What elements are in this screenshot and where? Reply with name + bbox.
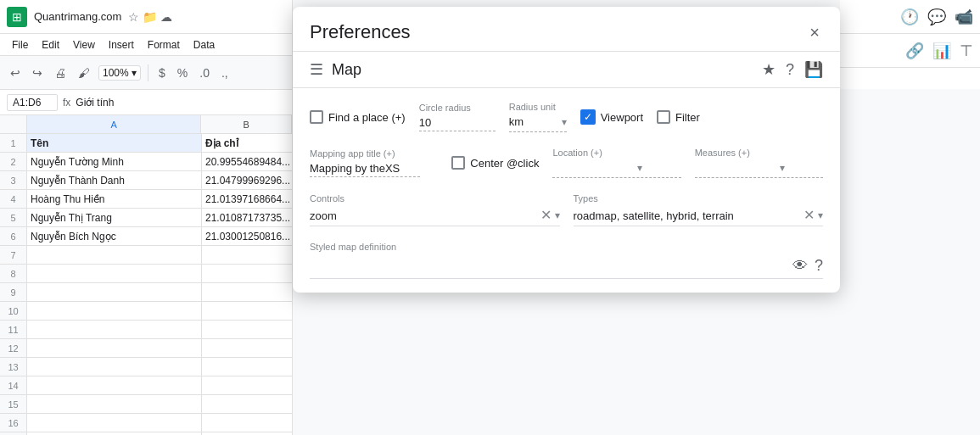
find-place-label: Find a place (+) [328, 111, 406, 124]
menu-data[interactable]: Data [188, 37, 220, 53]
controls-group: Controls zoom ✕ ▾ [310, 193, 560, 226]
radius-unit-arrow[interactable]: ▾ [562, 116, 567, 128]
col-header-a[interactable]: A [27, 115, 201, 133]
cell-b[interactable] [202, 321, 293, 338]
paint-format-icon[interactable]: 🖌 [75, 64, 93, 81]
col-header-b[interactable]: B [201, 115, 292, 133]
decimal-icon[interactable]: .0 [196, 64, 213, 81]
location-input[interactable] [552, 159, 637, 176]
formula-value: Giới tính [76, 97, 114, 109]
cloud-icon[interactable]: ☁ [160, 10, 172, 24]
link-icon[interactable]: 🔗 [905, 42, 924, 60]
video-icon[interactable]: 📹 [955, 8, 973, 26]
cell-a[interactable]: Hoàng Thu Hiền [27, 190, 202, 208]
center-click-checkbox[interactable] [451, 156, 465, 170]
cell-a[interactable] [27, 395, 202, 413]
undo-icon[interactable]: ↩ [7, 64, 24, 81]
table-row: 14 [0, 376, 292, 395]
save-map-icon[interactable]: 💾 [804, 60, 823, 79]
cell-b[interactable]: 21.04799969296... [202, 171, 293, 189]
column-headers: A B [0, 115, 292, 134]
mapping-app-group: Mapping app title (+) [310, 148, 438, 177]
cell-a[interactable]: Tên [27, 134, 202, 152]
controls-dropdown[interactable]: zoom ✕ ▾ [310, 205, 560, 226]
help-styled-icon[interactable]: ? [815, 257, 823, 275]
cell-a[interactable] [27, 376, 202, 394]
cell-b[interactable]: 21.01087173735... [202, 209, 293, 226]
cell-b[interactable] [202, 339, 293, 357]
star-map-icon[interactable]: ★ [762, 60, 776, 79]
help-map-icon[interactable]: ? [786, 61, 794, 79]
cell-b[interactable] [202, 376, 293, 394]
toolbar-sep-1 [148, 64, 148, 81]
types-arrow[interactable]: ▾ [818, 209, 823, 221]
zoom-selector[interactable]: 100% ▾ [98, 65, 141, 81]
history-icon[interactable]: 🕐 [900, 8, 919, 26]
cell-a[interactable] [27, 302, 202, 320]
percent-icon[interactable]: % [174, 64, 191, 81]
comment-icon[interactable]: 💬 [927, 8, 946, 26]
decimal2-icon[interactable]: ., [218, 64, 232, 81]
top-right-bar1: 🕐 💬 📹 [840, 0, 980, 34]
redo-icon[interactable]: ↪ [29, 64, 46, 81]
cell-a[interactable] [27, 265, 202, 282]
filter-checkbox[interactable] [657, 110, 670, 124]
folder-icon[interactable]: 📁 [143, 10, 157, 24]
cell-b[interactable] [202, 283, 293, 301]
viewport-checkbox[interactable]: ✓ [580, 109, 596, 125]
types-dropdown[interactable]: roadmap, satellite, hybrid, terrain ✕ ▾ [574, 205, 824, 226]
cell-a[interactable]: Nguyễn Thành Danh [27, 171, 202, 189]
top-right-bar2: 🔗 📊 ⊤ [840, 34, 980, 68]
styled-map-input[interactable] [310, 259, 786, 272]
cell-a[interactable] [27, 414, 202, 432]
radius-unit-label: Radius unit [509, 102, 567, 112]
cell-a[interactable]: Nguyễn Tường Minh [27, 153, 202, 170]
name-box[interactable]: A1:D6 [7, 94, 58, 111]
location-arrow[interactable]: ▾ [637, 162, 642, 174]
cell-b[interactable]: 20.99554689484... [202, 153, 293, 170]
menu-edit[interactable]: Edit [36, 37, 64, 53]
cell-a[interactable] [27, 246, 202, 264]
cell-b[interactable]: 21.01397168664... [202, 190, 293, 208]
row-number: 15 [0, 395, 27, 413]
top-right-area: 🕐 💬 📹 🔗 📊 ⊤ [840, 0, 980, 89]
star-icon[interactable]: ☆ [128, 10, 139, 24]
types-clear-btn[interactable]: ✕ [804, 209, 815, 222]
controls-clear-btn[interactable]: ✕ [540, 209, 552, 222]
cell-a[interactable] [27, 321, 202, 338]
circle-radius-input[interactable] [419, 114, 496, 131]
print-icon[interactable]: 🖨 [51, 64, 70, 81]
cell-a[interactable] [27, 339, 202, 357]
dialog-close-button[interactable]: × [806, 20, 823, 44]
cell-b[interactable] [202, 302, 293, 320]
menu-insert[interactable]: Insert [104, 37, 139, 53]
cell-b[interactable]: Địa chỉ [202, 134, 293, 152]
filter-icon[interactable]: ⊤ [960, 42, 973, 60]
cell-a[interactable] [27, 283, 202, 301]
hamburger-icon[interactable]: ☰ [310, 60, 323, 79]
table-row: 11 [0, 321, 292, 339]
menu-file[interactable]: File [7, 37, 33, 53]
table-row: 3Nguyễn Thành Danh21.04799969296... [0, 171, 292, 190]
insert-icon[interactable]: 📊 [932, 42, 951, 60]
cell-b[interactable]: 21.03001250816... [202, 227, 293, 245]
mapping-app-input[interactable] [310, 160, 420, 177]
currency-icon[interactable]: $ [155, 64, 169, 81]
eye-icon[interactable]: 👁 [792, 257, 808, 275]
radius-unit-input[interactable] [509, 114, 560, 130]
cell-a[interactable]: Nguyễn Thị Trang [27, 209, 202, 226]
cell-b[interactable] [202, 265, 293, 282]
cell-b[interactable] [202, 414, 293, 432]
measures-arrow[interactable]: ▾ [780, 162, 785, 174]
cell-a[interactable] [27, 358, 202, 376]
table-row: 15 [0, 395, 292, 414]
cell-a[interactable]: Nguyễn Bích Ngọc [27, 227, 202, 245]
menu-format[interactable]: Format [143, 37, 185, 53]
cell-b[interactable] [202, 395, 293, 413]
cell-b[interactable] [202, 246, 293, 264]
controls-arrow[interactable]: ▾ [555, 209, 560, 221]
cell-b[interactable] [202, 358, 293, 376]
measures-input[interactable] [695, 159, 780, 176]
menu-view[interactable]: View [68, 37, 100, 53]
find-place-checkbox[interactable] [310, 110, 323, 124]
